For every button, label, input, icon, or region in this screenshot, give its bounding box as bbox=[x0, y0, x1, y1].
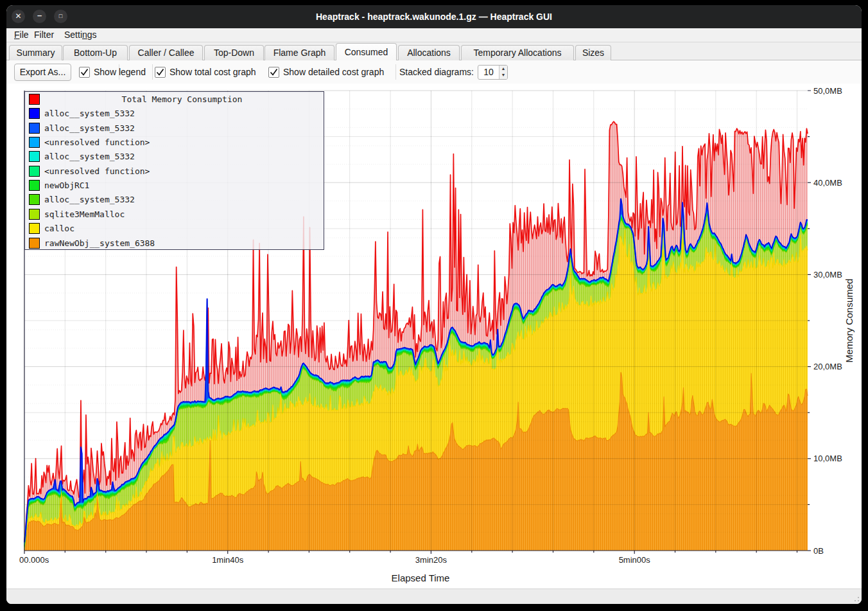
show-legend-label[interactable]: Show legend bbox=[94, 65, 146, 79]
legend-swatch bbox=[29, 209, 40, 220]
menu-filter[interactable]: Filter bbox=[30, 28, 58, 42]
legend-label: alloc__system_5332 bbox=[44, 121, 135, 136]
legend-label: calloc bbox=[44, 222, 74, 236]
legend-swatch bbox=[29, 180, 40, 191]
legend-label: <unresolved function> bbox=[44, 164, 150, 179]
legend-swatch bbox=[29, 194, 40, 205]
tab-summary[interactable]: Summary bbox=[9, 45, 62, 60]
legend-label: alloc__system_5332 bbox=[44, 193, 135, 207]
x-tick-label: 1min40s bbox=[212, 555, 244, 565]
y-tick-label: 10,0MB bbox=[813, 454, 842, 463]
legend-swatch bbox=[29, 166, 40, 177]
show-total-cost-graph-checkbox[interactable] bbox=[155, 67, 166, 78]
show-detailed-cost-graph-checkbox[interactable] bbox=[268, 67, 279, 78]
legend-row: rawNewObj__system_6388 bbox=[25, 236, 324, 251]
legend-swatch bbox=[29, 108, 40, 119]
tab-consumed[interactable]: Consumed bbox=[336, 43, 397, 60]
y-tick-label: 0B bbox=[813, 546, 824, 556]
legend-row: <unresolved function> bbox=[25, 164, 324, 179]
x-tick-label: 00.000s bbox=[19, 555, 49, 565]
export-as-button[interactable]: Export As... bbox=[14, 64, 71, 81]
spin-buttons: ▲▼ bbox=[499, 66, 507, 79]
tab-top-down[interactable]: Top-Down bbox=[204, 45, 264, 60]
legend-label: alloc__system_5332 bbox=[44, 150, 135, 164]
legend-swatch bbox=[29, 151, 40, 162]
stacked-diagrams-spinbox[interactable]: 10▲▼ bbox=[478, 65, 508, 80]
chart-legend: Total Memory Consumptionalloc__system_53… bbox=[24, 91, 324, 250]
y-tick-label: 50,0MB bbox=[813, 86, 842, 96]
legend-row: sqlite3MemMalloc bbox=[25, 208, 324, 222]
legend-row: alloc__system_5332 bbox=[25, 150, 324, 164]
checkmark-path bbox=[271, 69, 277, 75]
legend-row: alloc__system_5332 bbox=[25, 121, 324, 136]
tab-sizes[interactable]: Sizes bbox=[575, 45, 611, 60]
y-axis-title: Memory Consumed bbox=[844, 279, 855, 363]
spinbox-value[interactable]: 10 bbox=[478, 66, 499, 79]
menu-file[interactable]: File bbox=[10, 28, 33, 42]
checkmark-icon bbox=[80, 68, 89, 76]
resize-grip bbox=[853, 596, 860, 602]
y-tick-label: 30,0MB bbox=[813, 270, 842, 279]
statusbar bbox=[6, 589, 862, 604]
consumed-chart[interactable]: 00.000s1min40s3min20s5min00s0B10,0MB20,0… bbox=[6, 84, 862, 589]
legend-swatch bbox=[29, 137, 40, 148]
toolbar-separator bbox=[395, 64, 396, 80]
toolbar-separator bbox=[152, 64, 153, 80]
menubar: FileFilterSettings bbox=[6, 28, 862, 42]
show-legend-checkbox[interactable] bbox=[79, 67, 90, 78]
legend-swatch bbox=[29, 94, 40, 105]
legend-row: alloc__system_5332 bbox=[25, 193, 324, 207]
tab-temporary-allocations[interactable]: Temporary Allocations bbox=[461, 45, 574, 60]
tab-bottom-up[interactable]: Bottom-Up bbox=[63, 45, 128, 60]
legend-swatch bbox=[29, 123, 40, 134]
show-total-cost-graph-label[interactable]: Show total cost graph bbox=[169, 65, 256, 79]
legend-row: newObjRC1 bbox=[25, 179, 324, 193]
legend-row-total: Total Memory Consumption bbox=[25, 93, 324, 107]
legend-label: <unresolved function> bbox=[44, 136, 150, 150]
y-tick-label: 20,0MB bbox=[813, 362, 842, 371]
checkmark-icon bbox=[270, 68, 278, 76]
y-tick-label: 40,0MB bbox=[813, 178, 842, 188]
tab-allocations[interactable]: Allocations bbox=[398, 45, 460, 60]
screen: ✕ – □ Heaptrack - heaptrack.wakunode.1.g… bbox=[0, 0, 868, 611]
checkmark-path bbox=[157, 69, 164, 75]
checkmark-path bbox=[82, 69, 88, 75]
x-axis-title: Elapsed Time bbox=[392, 572, 450, 583]
legend-title: Total Memory Consumption bbox=[44, 93, 320, 107]
toolbar: Export As... Show legendShow total cost … bbox=[6, 60, 862, 84]
tabbar: SummaryBottom-UpCaller / CalleeTop-DownF… bbox=[6, 42, 862, 60]
titlebar: ✕ – □ Heaptrack - heaptrack.wakunode.1.g… bbox=[6, 5, 862, 28]
legend-label: rawNewObj__system_6388 bbox=[44, 236, 155, 251]
x-tick-label: 5min00s bbox=[619, 555, 651, 565]
legend-row: <unresolved function> bbox=[25, 136, 324, 150]
tab-caller-callee[interactable]: Caller / Callee bbox=[129, 45, 203, 60]
legend-swatch bbox=[29, 238, 40, 249]
tab-flame-graph[interactable]: Flame Graph bbox=[265, 45, 334, 60]
legend-label: alloc__system_5332 bbox=[44, 107, 135, 121]
x-tick-label: 3min20s bbox=[415, 555, 447, 565]
legend-label: newObjRC1 bbox=[44, 179, 89, 193]
legend-row: alloc__system_5332 bbox=[25, 107, 324, 121]
legend-row: calloc bbox=[25, 222, 324, 236]
legend-swatch bbox=[29, 223, 40, 234]
app-window: ✕ – □ Heaptrack - heaptrack.wakunode.1.g… bbox=[6, 5, 862, 604]
menu-settings[interactable]: Settings bbox=[60, 28, 101, 42]
spin-down-icon[interactable]: ▼ bbox=[499, 73, 507, 80]
checkmark-icon bbox=[156, 68, 164, 76]
window-title: Heaptrack - heaptrack.wakunode.1.gz — He… bbox=[6, 5, 862, 28]
show-detailed-cost-graph-label[interactable]: Show detailed cost graph bbox=[283, 65, 384, 79]
stacked-diagrams-label: Stacked diagrams: bbox=[399, 65, 474, 79]
legend-label: sqlite3MemMalloc bbox=[44, 208, 125, 222]
